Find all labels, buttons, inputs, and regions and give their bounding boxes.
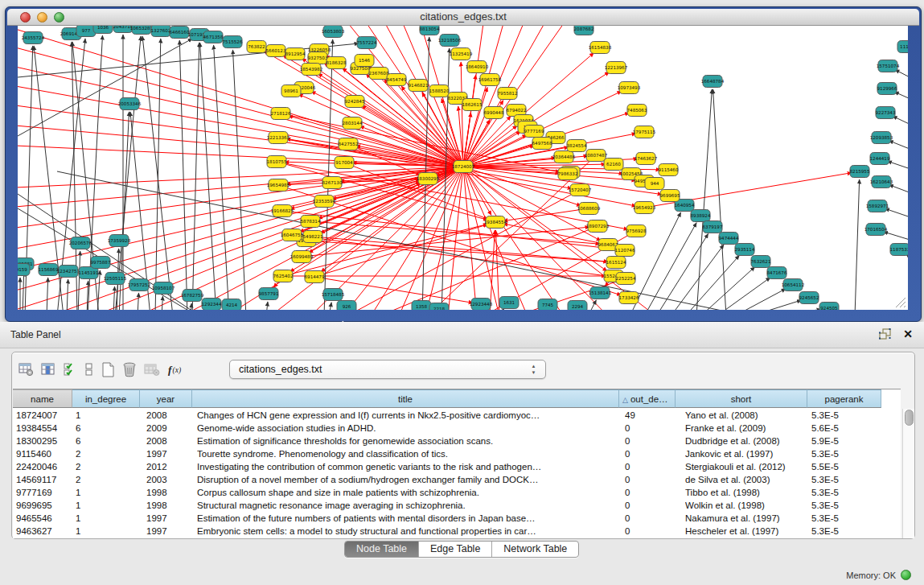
cell-pagerank[interactable]: 5.3E-5 xyxy=(811,473,881,486)
column-header-in_degree[interactable]: in_degree xyxy=(72,389,140,408)
cell-year[interactable]: 1997 xyxy=(146,525,192,538)
cell-name[interactable]: 9777169 xyxy=(16,486,72,499)
cell-title[interactable]: Estimation of significance thresholds fo… xyxy=(197,435,619,447)
cell-in_degree[interactable]: 2 xyxy=(76,473,140,486)
cell-out_de[interactable]: 0 xyxy=(625,435,676,447)
cell-title[interactable]: Estimation of the future numbers of pati… xyxy=(197,512,619,525)
cell-short[interactable]: Yano et al. (2008) xyxy=(685,409,807,422)
cell-in_degree[interactable]: 1 xyxy=(76,512,140,525)
cell-title[interactable]: Changes of HCN gene expression and I(f) … xyxy=(197,409,619,422)
cell-in_degree[interactable]: 6 xyxy=(76,435,140,447)
cell-year[interactable]: 1998 xyxy=(146,486,192,499)
cell-title[interactable]: Corpus callosum shape and size in male p… xyxy=(197,486,619,499)
table-row[interactable]: 969969511998Structural magnetic resonanc… xyxy=(13,499,881,512)
cell-year[interactable]: 2003 xyxy=(146,473,192,486)
cell-in_degree[interactable]: 1 xyxy=(76,499,140,512)
network-canvas[interactable]: 2435572420691406977103620437151065328713… xyxy=(18,26,908,310)
window-titlebar[interactable]: citations_edges.txt xyxy=(7,9,919,26)
cell-pagerank[interactable]: 5.3E-5 xyxy=(811,486,881,499)
cell-out_de[interactable]: 0 xyxy=(625,525,676,538)
cell-pagerank[interactable]: 5.6E-5 xyxy=(811,422,881,435)
table-row[interactable]: 946554611997Estimation of the future num… xyxy=(13,512,881,525)
cell-in_degree[interactable]: 2 xyxy=(76,460,140,473)
minimize-window-button[interactable] xyxy=(37,12,47,23)
cell-title[interactable]: Disruption of a novel member of a sodium… xyxy=(197,473,619,486)
zoom-window-button[interactable] xyxy=(54,12,64,23)
cell-title[interactable]: Investigating the contribution of common… xyxy=(197,460,619,473)
close-panel-icon[interactable]: ✕ xyxy=(903,328,913,340)
cell-out_de[interactable]: 0 xyxy=(625,422,676,435)
cell-out_de[interactable]: 0 xyxy=(625,499,676,512)
cell-in_degree[interactable]: 2 xyxy=(76,447,140,460)
cell-year[interactable]: 1997 xyxy=(146,512,192,525)
table-selector-combobox[interactable]: citations_edges.txt ▲▼ xyxy=(229,360,546,379)
vertical-scrollbar[interactable] xyxy=(902,409,914,538)
delete-icon[interactable] xyxy=(122,362,137,381)
table-row[interactable]: 946362711997Embryonic stem cells: a mode… xyxy=(13,525,881,538)
cell-short[interactable]: de Silva et al. (2003) xyxy=(685,473,807,486)
column-header-out_de[interactable]: △out_de… xyxy=(619,389,676,408)
cell-year[interactable]: 2008 xyxy=(146,435,192,447)
table-row[interactable]: 1872400712008Changes of HCN gene express… xyxy=(13,409,881,422)
cell-year[interactable]: 1997 xyxy=(146,447,192,460)
close-window-button[interactable] xyxy=(20,12,31,23)
table-column-icon[interactable] xyxy=(41,362,56,380)
cell-name[interactable]: 9463627 xyxy=(16,525,72,538)
cell-name[interactable]: 18724007 xyxy=(16,409,72,422)
new-document-icon[interactable] xyxy=(101,362,115,381)
table-settings-icon[interactable] xyxy=(18,362,34,380)
cell-pagerank[interactable]: 5.9E-5 xyxy=(811,435,881,447)
tab-edge-table[interactable]: Edge Table xyxy=(419,542,492,557)
cell-pagerank[interactable]: 5.3E-5 xyxy=(811,525,881,538)
cell-year[interactable]: 1998 xyxy=(146,499,192,512)
tab-network-table[interactable]: Network Table xyxy=(492,542,578,557)
table-row[interactable]: 2242004622012Investigating the contribut… xyxy=(13,460,881,473)
cell-out_de[interactable]: 0 xyxy=(625,460,676,473)
cell-pagerank[interactable]: 5.3E-5 xyxy=(811,409,881,422)
cell-pagerank[interactable]: 5.3E-5 xyxy=(811,512,881,525)
tab-node-table[interactable]: Node Table xyxy=(345,542,419,557)
cell-year[interactable]: 2008 xyxy=(146,409,192,422)
column-header-pagerank[interactable]: pagerank xyxy=(807,389,881,408)
cell-out_de[interactable]: 0 xyxy=(625,486,676,499)
cell-out_de[interactable]: 0 xyxy=(625,473,676,486)
cell-name[interactable]: 14569117 xyxy=(16,473,72,486)
float-panel-icon[interactable] xyxy=(879,328,892,340)
table-row[interactable]: 1456911722003Disruption of a novel membe… xyxy=(13,473,881,486)
cell-name[interactable]: 9465546 xyxy=(16,512,72,525)
cell-in_degree[interactable]: 1 xyxy=(76,409,140,422)
function-icon[interactable]: f(x) xyxy=(167,363,185,379)
cell-name[interactable]: 19384554 xyxy=(16,422,72,435)
cell-short[interactable]: Tibbo et al. (1998) xyxy=(685,486,807,499)
table-row[interactable]: 1938455462009Genome-wide association stu… xyxy=(13,422,881,435)
select-rows-icon[interactable] xyxy=(64,362,77,380)
cell-name[interactable]: 22420046 xyxy=(16,460,72,473)
cell-short[interactable]: Hescheler et al. (1997) xyxy=(685,525,807,538)
resize-grip-icon[interactable] xyxy=(895,297,906,308)
cell-short[interactable]: Nakamura et al. (1997) xyxy=(685,512,807,525)
scrollbar-thumb[interactable] xyxy=(905,410,914,426)
table-row[interactable]: 911546021997Tourette syndrome. Phenomeno… xyxy=(13,447,881,460)
table-row[interactable]: 1830029562008Estimation of significance … xyxy=(13,435,881,447)
cell-title[interactable]: Embryonic stem cells: a model to study s… xyxy=(197,525,619,538)
cell-name[interactable]: 9115460 xyxy=(16,447,72,460)
cell-short[interactable]: Stergiakouli et al. (2012) xyxy=(685,460,807,473)
cell-out_de[interactable]: 0 xyxy=(625,512,676,525)
cell-year[interactable]: 2009 xyxy=(146,422,192,435)
cell-short[interactable]: Dudbridge et al. (2008) xyxy=(685,435,807,447)
cell-short[interactable]: Jankovic et al. (1997) xyxy=(685,447,807,460)
column-header-title[interactable]: title xyxy=(192,389,619,408)
column-header-short[interactable]: short xyxy=(676,389,807,408)
cell-out_de[interactable]: 0 xyxy=(625,447,676,460)
cell-name[interactable]: 18300295 xyxy=(16,435,72,447)
column-header-name[interactable]: name xyxy=(13,389,72,408)
cell-title[interactable]: Structural magnetic resonance image aver… xyxy=(197,499,619,512)
cell-title[interactable]: Genome-wide association studies in ADHD. xyxy=(197,422,619,435)
table-row[interactable]: 977716911998Corpus callosum shape and si… xyxy=(13,486,881,499)
row-height-icon[interactable] xyxy=(84,362,94,380)
cell-year[interactable]: 2012 xyxy=(146,460,192,473)
cell-in_degree[interactable]: 6 xyxy=(76,422,140,435)
network-view-window[interactable]: citations_edges.txt 24355724206914069771… xyxy=(5,6,922,322)
cell-short[interactable]: Wolkin et al. (1998) xyxy=(685,499,807,512)
cell-out_de[interactable]: 49 xyxy=(625,409,676,422)
